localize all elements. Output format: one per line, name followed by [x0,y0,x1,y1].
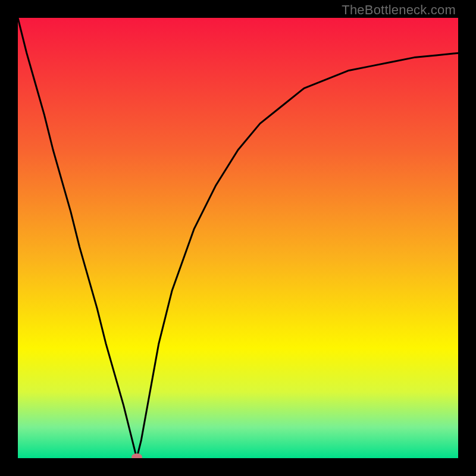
plot-area [18,18,458,458]
minimum-marker [131,453,142,458]
watermark-text: TheBottleneck.com [342,2,456,18]
bottleneck-curve [18,18,458,458]
